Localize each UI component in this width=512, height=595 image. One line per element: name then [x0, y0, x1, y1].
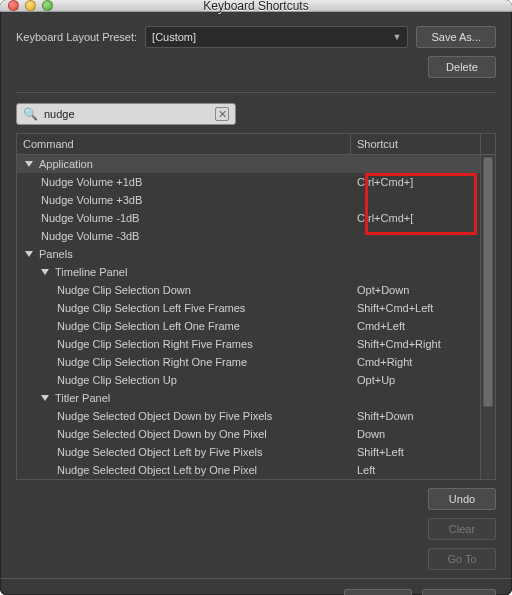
- search-input[interactable]: [44, 108, 209, 120]
- command-label: Nudge Clip Selection Right Five Frames: [57, 338, 253, 350]
- command-cell: Nudge Clip Selection Left One Frame: [17, 320, 350, 332]
- minimize-icon[interactable]: [25, 0, 36, 11]
- shortcut-cell[interactable]: Left: [350, 464, 480, 476]
- command-cell: Nudge Clip Selection Right One Frame: [17, 356, 350, 368]
- dialog-content: Keyboard Layout Preset: [Custom] ▼ Save …: [0, 12, 512, 595]
- table-row[interactable]: Nudge Selected Object Down by Five Pixel…: [17, 407, 480, 425]
- command-cell: Nudge Volume -3dB: [17, 230, 350, 242]
- disclosure-triangle-icon[interactable]: [41, 269, 49, 275]
- command-label: Nudge Selected Object Left by One Pixel: [57, 464, 257, 476]
- clear-search-icon[interactable]: ✕: [215, 107, 229, 121]
- disclosure-triangle-icon[interactable]: [25, 161, 33, 167]
- col-command[interactable]: Command: [17, 134, 350, 154]
- shortcut-cell[interactable]: Shift+Cmd+Left: [350, 302, 480, 314]
- search-icon: 🔍: [23, 107, 38, 121]
- rows-container: ApplicationNudge Volume +1dBCtrl+Cmd+]Nu…: [17, 155, 480, 479]
- delete-button[interactable]: Delete: [428, 56, 496, 78]
- shortcut-cell[interactable]: Down: [350, 428, 480, 440]
- disclosure-triangle-icon[interactable]: [25, 251, 33, 257]
- dialog-footer: Cancel OK: [0, 578, 512, 595]
- vertical-scrollbar[interactable]: [480, 155, 495, 479]
- command-cell: Nudge Clip Selection Right Five Frames: [17, 338, 350, 350]
- zoom-icon[interactable]: [42, 0, 53, 11]
- command-cell: Titler Panel: [17, 392, 350, 404]
- disclosure-triangle-icon[interactable]: [41, 395, 49, 401]
- command-cell: Nudge Selected Object Left by Five Pixel…: [17, 446, 350, 458]
- command-label: Nudge Volume -3dB: [41, 230, 139, 242]
- command-label: Timeline Panel: [55, 266, 127, 278]
- command-cell: Nudge Volume -1dB: [17, 212, 350, 224]
- dialog-window: Keyboard Shortcuts Keyboard Layout Prese…: [0, 0, 512, 595]
- command-label: Application: [39, 158, 93, 170]
- scroll-corner: [480, 134, 495, 154]
- chevron-down-icon: ▼: [393, 32, 402, 42]
- shortcut-cell[interactable]: Cmd+Left: [350, 320, 480, 332]
- table-row[interactable]: Nudge Volume +3dB: [17, 191, 480, 209]
- command-cell: Application: [17, 158, 350, 170]
- table-body: ApplicationNudge Volume +1dBCtrl+Cmd+]Nu…: [17, 155, 495, 479]
- scroll-thumb[interactable]: [483, 157, 493, 407]
- preset-row: Keyboard Layout Preset: [Custom] ▼ Save …: [16, 26, 496, 48]
- command-label: Nudge Clip Selection Left Five Frames: [57, 302, 245, 314]
- table-row[interactable]: Nudge Volume +1dBCtrl+Cmd+]: [17, 173, 480, 191]
- command-cell: Nudge Selected Object Down by One Pixel: [17, 428, 350, 440]
- shortcut-cell[interactable]: Opt+Up: [350, 374, 480, 386]
- table-row[interactable]: Nudge Volume -1dBCtrl+Cmd+[: [17, 209, 480, 227]
- table-row[interactable]: Nudge Selected Object Left by Five Pixel…: [17, 443, 480, 461]
- table-row[interactable]: Nudge Clip Selection UpOpt+Up: [17, 371, 480, 389]
- table-row[interactable]: Nudge Clip Selection Left Five FramesShi…: [17, 299, 480, 317]
- shortcut-cell[interactable]: Ctrl+Cmd+]: [350, 176, 480, 188]
- save-as-button[interactable]: Save As...: [416, 26, 496, 48]
- command-cell: Nudge Volume +3dB: [17, 194, 350, 206]
- command-label: Nudge Selected Object Down by Five Pixel…: [57, 410, 272, 422]
- ok-button[interactable]: OK: [422, 589, 496, 595]
- shortcut-cell[interactable]: Shift+Cmd+Right: [350, 338, 480, 350]
- table-row[interactable]: Nudge Volume -3dB: [17, 227, 480, 245]
- preset-select[interactable]: [Custom] ▼: [145, 26, 408, 48]
- tree-group[interactable]: Application: [17, 155, 480, 173]
- titlebar[interactable]: Keyboard Shortcuts: [0, 0, 512, 12]
- tree-group[interactable]: Titler Panel: [17, 389, 480, 407]
- divider: [16, 92, 496, 93]
- table-row[interactable]: Nudge Clip Selection Left One FrameCmd+L…: [17, 317, 480, 335]
- command-label: Nudge Volume +1dB: [41, 176, 142, 188]
- command-label: Titler Panel: [55, 392, 110, 404]
- tree-group[interactable]: Timeline Panel: [17, 263, 480, 281]
- command-cell: Panels: [17, 248, 350, 260]
- table-row[interactable]: Nudge Clip Selection DownOpt+Down: [17, 281, 480, 299]
- table-row[interactable]: Nudge Selected Object Down by One PixelD…: [17, 425, 480, 443]
- command-label: Nudge Clip Selection Left One Frame: [57, 320, 240, 332]
- tree-group[interactable]: Panels: [17, 245, 480, 263]
- command-cell: Nudge Clip Selection Down: [17, 284, 350, 296]
- table-row[interactable]: Nudge Selected Object Left by One PixelL…: [17, 461, 480, 479]
- col-shortcut[interactable]: Shortcut: [350, 134, 480, 154]
- goto-button: Go To: [428, 548, 496, 570]
- clear-button: Clear: [428, 518, 496, 540]
- command-cell: Timeline Panel: [17, 266, 350, 278]
- undo-button[interactable]: Undo: [428, 488, 496, 510]
- search-field[interactable]: 🔍 ✕: [16, 103, 236, 125]
- command-cell: Nudge Clip Selection Left Five Frames: [17, 302, 350, 314]
- command-label: Nudge Clip Selection Up: [57, 374, 177, 386]
- table-header: Command Shortcut: [17, 134, 495, 155]
- window-title: Keyboard Shortcuts: [0, 0, 512, 13]
- command-label: Nudge Clip Selection Right One Frame: [57, 356, 247, 368]
- shortcut-cell[interactable]: Cmd+Right: [350, 356, 480, 368]
- close-icon[interactable]: [8, 0, 19, 11]
- command-label: Nudge Clip Selection Down: [57, 284, 191, 296]
- command-cell: Nudge Volume +1dB: [17, 176, 350, 188]
- command-label: Nudge Volume +3dB: [41, 194, 142, 206]
- shortcut-cell[interactable]: Shift+Down: [350, 410, 480, 422]
- preset-value: [Custom]: [152, 31, 196, 43]
- traffic-lights: [0, 0, 53, 11]
- preset-label: Keyboard Layout Preset:: [16, 31, 137, 43]
- table-row[interactable]: Nudge Clip Selection Right One FrameCmd+…: [17, 353, 480, 371]
- shortcut-cell[interactable]: Opt+Down: [350, 284, 480, 296]
- cancel-button[interactable]: Cancel: [344, 589, 412, 595]
- table-row[interactable]: Nudge Clip Selection Right Five FramesSh…: [17, 335, 480, 353]
- command-cell: Nudge Clip Selection Up: [17, 374, 350, 386]
- edit-buttons: Undo Clear Go To: [16, 488, 496, 570]
- command-label: Panels: [39, 248, 73, 260]
- shortcut-cell[interactable]: Ctrl+Cmd+[: [350, 212, 480, 224]
- shortcut-cell[interactable]: Shift+Left: [350, 446, 480, 458]
